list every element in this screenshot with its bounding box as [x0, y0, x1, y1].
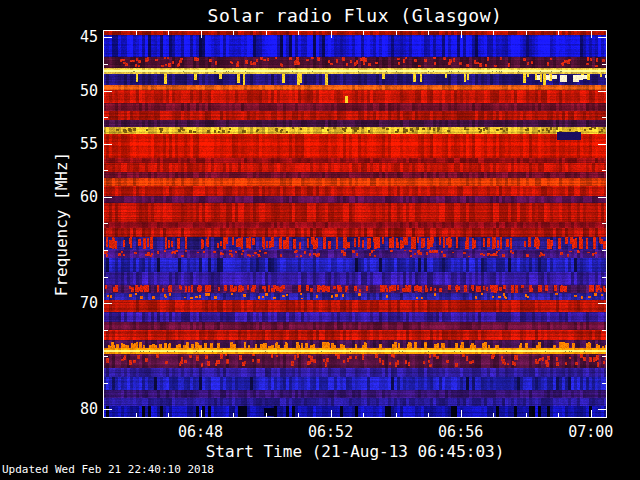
y-axis-label: Frequency [MHz]	[52, 144, 70, 304]
x-tick-label: 07:00	[546, 423, 636, 441]
x-tick-label: 06:52	[286, 423, 376, 441]
y-tick-label: 80	[54, 400, 98, 418]
spectrogram-figure: Solar radio Flux (Glasgow) Frequency [MH…	[0, 0, 640, 480]
x-tick-label: 06:48	[156, 423, 246, 441]
updated-timestamp: Updated Wed Feb 21 22:40:10 2018	[2, 463, 214, 476]
y-tick-label: 50	[54, 82, 98, 100]
y-tick-label: 70	[54, 294, 98, 312]
plot-area	[103, 30, 607, 418]
y-tick-label: 55	[54, 135, 98, 153]
y-tick-label: 45	[54, 28, 98, 46]
chart-title: Solar radio Flux (Glasgow)	[103, 5, 607, 26]
x-axis-label: Start Time (21-Aug-13 06:45:03)	[103, 442, 607, 461]
spectrogram-canvas	[103, 30, 607, 418]
x-tick-label: 06:56	[416, 423, 506, 441]
y-tick-label: 60	[54, 188, 98, 206]
